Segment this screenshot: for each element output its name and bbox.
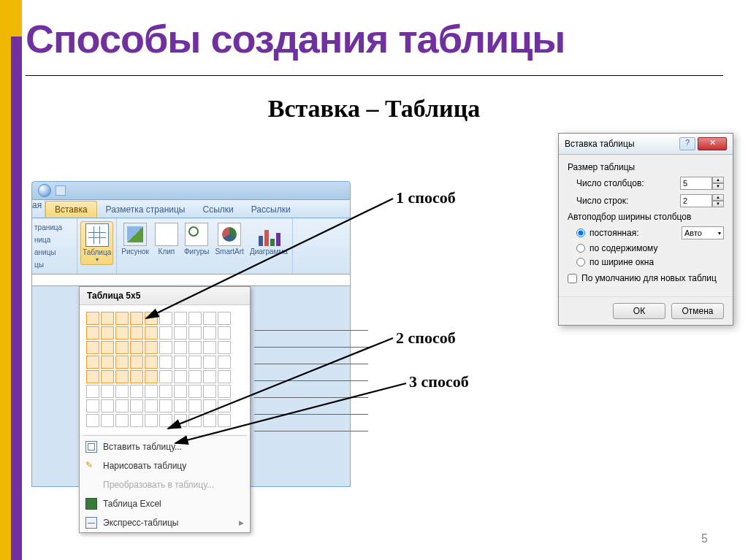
grid-cell[interactable] xyxy=(174,370,187,383)
grid-cell[interactable] xyxy=(115,414,129,427)
grid-cell[interactable] xyxy=(188,341,202,354)
tab-mailings[interactable]: Рассылки xyxy=(243,202,299,218)
grid-cell[interactable] xyxy=(145,356,158,369)
menu-item[interactable]: Нарисовать таблицу xyxy=(80,456,250,475)
grid-cell[interactable] xyxy=(218,326,231,340)
grid-cell[interactable] xyxy=(101,356,114,369)
grid-cell[interactable] xyxy=(174,399,187,413)
tab-references[interactable]: Ссылки xyxy=(194,202,242,218)
grid-cell[interactable] xyxy=(174,385,187,398)
grid-cell[interactable] xyxy=(86,399,99,413)
rows-spinner[interactable]: ▲▼ xyxy=(680,194,724,207)
grid-cell[interactable] xyxy=(218,414,231,427)
radio-fixed[interactable] xyxy=(576,229,585,237)
grid-cell[interactable] xyxy=(145,399,158,413)
grid-cell[interactable] xyxy=(174,326,187,340)
grid-cell[interactable] xyxy=(115,326,129,340)
grid-cell[interactable] xyxy=(218,312,231,325)
radio-content[interactable] xyxy=(576,244,585,253)
shapes-button[interactable]: Фигуры xyxy=(183,221,210,257)
grid-cell[interactable] xyxy=(86,326,99,340)
grid-cell[interactable] xyxy=(115,370,129,383)
menu-item[interactable]: Вставить таблицу... xyxy=(80,437,250,456)
grid-cell[interactable] xyxy=(115,385,129,398)
menu-item[interactable]: Таблица Excel xyxy=(80,494,250,513)
grid-cell[interactable] xyxy=(115,356,129,369)
grid-cell[interactable] xyxy=(159,399,172,413)
default-checkbox[interactable] xyxy=(568,274,577,283)
grid-cell[interactable] xyxy=(203,312,216,325)
qat-button[interactable] xyxy=(56,185,66,196)
grid-cell[interactable] xyxy=(188,356,202,369)
grid-cell[interactable] xyxy=(86,414,99,427)
grid-cell[interactable] xyxy=(130,370,143,383)
grid-cell[interactable] xyxy=(145,385,158,398)
grid-cell[interactable] xyxy=(130,312,143,325)
menu-item[interactable]: Экспресс-таблицы▶ xyxy=(80,513,250,532)
grid-cell[interactable] xyxy=(115,341,129,354)
help-button[interactable]: ? xyxy=(679,137,695,150)
grid-cell[interactable] xyxy=(188,399,202,413)
grid-cell[interactable] xyxy=(174,414,187,427)
grid-cell[interactable] xyxy=(174,312,187,325)
grid-cell[interactable] xyxy=(159,370,172,383)
grid-cell[interactable] xyxy=(101,385,114,398)
tab-page-layout[interactable]: Разметка страницы xyxy=(97,202,194,218)
grid-cell[interactable] xyxy=(145,341,158,354)
spinner-down-icon[interactable]: ▼ xyxy=(712,201,724,207)
grid-cell[interactable] xyxy=(188,370,202,383)
grid-cell[interactable] xyxy=(159,414,172,427)
grid-cell[interactable] xyxy=(101,312,114,325)
rows-input[interactable] xyxy=(680,194,712,207)
grid-cell[interactable] xyxy=(86,312,99,325)
table-size-grid[interactable] xyxy=(80,305,250,434)
grid-cell[interactable] xyxy=(159,312,172,325)
grid-cell[interactable] xyxy=(203,385,216,398)
grid-cell[interactable] xyxy=(203,370,216,383)
grid-cell[interactable] xyxy=(86,356,99,369)
grid-cell[interactable] xyxy=(159,341,172,354)
grid-cell[interactable] xyxy=(174,341,187,354)
grid-cell[interactable] xyxy=(145,326,158,340)
grid-cell[interactable] xyxy=(145,414,158,427)
cols-spinner[interactable]: ▲▼ xyxy=(680,177,724,190)
grid-cell[interactable] xyxy=(188,385,202,398)
office-orb-icon[interactable] xyxy=(38,184,51,197)
table-button[interactable]: Таблица ▾ xyxy=(80,221,113,265)
grid-cell[interactable] xyxy=(86,370,99,383)
spinner-down-icon[interactable]: ▼ xyxy=(712,183,724,190)
cols-input[interactable] xyxy=(680,177,712,190)
grid-cell[interactable] xyxy=(130,326,143,340)
chart-button[interactable]: Диаграмма xyxy=(248,221,289,257)
grid-cell[interactable] xyxy=(203,356,216,369)
clip-button[interactable]: Клип xyxy=(153,221,180,257)
grid-cell[interactable] xyxy=(101,326,114,340)
grid-cell[interactable] xyxy=(203,399,216,413)
grid-cell[interactable] xyxy=(188,414,202,427)
smartart-button[interactable]: SmartArt xyxy=(213,221,245,257)
grid-cell[interactable] xyxy=(130,341,143,354)
picture-button[interactable]: Рисунок xyxy=(120,221,150,257)
grid-cell[interactable] xyxy=(115,312,129,325)
fixed-width-combo[interactable]: Авто xyxy=(682,226,724,239)
grid-cell[interactable] xyxy=(203,341,216,354)
grid-cell[interactable] xyxy=(130,414,143,427)
grid-cell[interactable] xyxy=(130,356,143,369)
grid-cell[interactable] xyxy=(101,341,114,354)
tab-insert[interactable]: Вставка xyxy=(45,201,97,218)
grid-cell[interactable] xyxy=(101,414,114,427)
grid-cell[interactable] xyxy=(115,399,129,413)
grid-cell[interactable] xyxy=(145,312,158,325)
grid-cell[interactable] xyxy=(101,399,114,413)
grid-cell[interactable] xyxy=(130,385,143,398)
spinner-up-icon[interactable]: ▲ xyxy=(712,177,724,183)
grid-cell[interactable] xyxy=(174,356,187,369)
grid-cell[interactable] xyxy=(203,414,216,427)
grid-cell[interactable] xyxy=(218,341,231,354)
grid-cell[interactable] xyxy=(145,370,158,383)
grid-cell[interactable] xyxy=(159,385,172,398)
grid-cell[interactable] xyxy=(159,356,172,369)
spinner-up-icon[interactable]: ▲ xyxy=(712,194,724,201)
grid-cell[interactable] xyxy=(218,385,231,398)
grid-cell[interactable] xyxy=(218,356,231,369)
